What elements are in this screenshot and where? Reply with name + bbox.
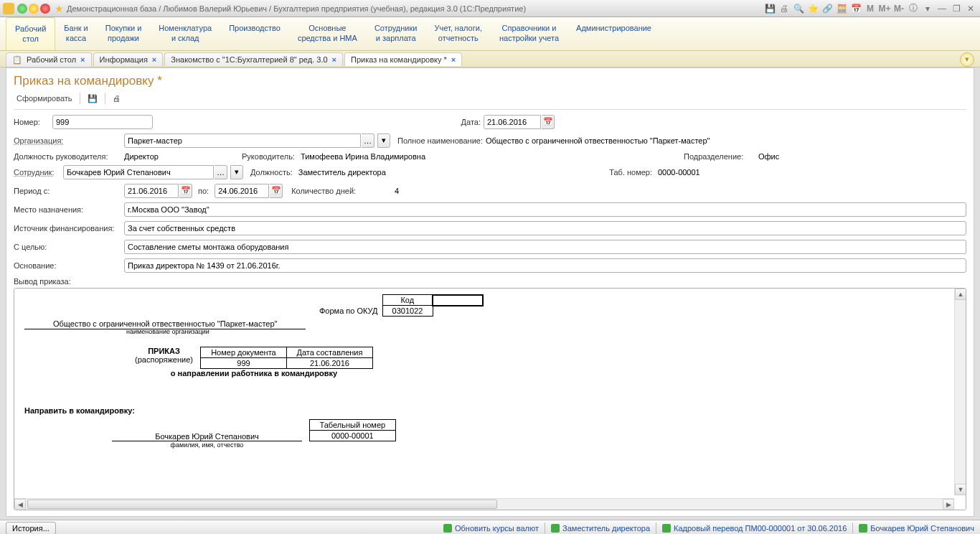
tab-desktop-icon: 📋: [12, 55, 22, 65]
emp-input[interactable]: [63, 165, 214, 179]
scroll-thumb[interactable]: [27, 500, 497, 509]
menu-admin[interactable]: Администрирование: [567, 17, 660, 50]
menu-tax[interactable]: Учет, налоги, отчетность: [425, 17, 490, 50]
okud-value: 0301022: [382, 306, 433, 317]
main-menu: Рабочий стол Банк и касса Покупки и прод…: [0, 17, 980, 51]
minimize-icon[interactable]: —: [936, 3, 948, 14]
select-icon[interactable]: …: [215, 165, 227, 179]
doc-date: 21.06.2016: [286, 358, 372, 369]
tab-close-icon[interactable]: ×: [152, 55, 156, 64]
tab-desktop[interactable]: 📋 Рабочий стол ×: [6, 52, 92, 67]
calendar-icon[interactable]: 📅: [542, 115, 555, 129]
period-from-input[interactable]: [124, 184, 179, 198]
scroll-left-icon[interactable]: ◀: [14, 499, 26, 510]
menu-assets[interactable]: Основные средства и НМА: [289, 17, 366, 50]
m-minus-btn[interactable]: M-: [892, 3, 905, 14]
fav-icon[interactable]: ⭐: [806, 3, 819, 14]
org-input[interactable]: [124, 134, 361, 148]
menu-sales[interactable]: Покупки и продажи: [97, 17, 151, 50]
emp-link[interactable]: Бочкарев Юрий Степанович: [859, 524, 974, 533]
print-icon[interactable]: 🖨: [778, 3, 791, 14]
m-btn[interactable]: M: [864, 3, 877, 14]
toolbar: Сформировать 💾 🖨: [14, 93, 966, 105]
star-icon[interactable]: ★: [55, 3, 64, 14]
history-button[interactable]: История...: [6, 522, 56, 534]
generate-button[interactable]: Сформировать: [14, 93, 75, 104]
select-icon[interactable]: …: [362, 134, 374, 148]
emp-caption: фамилия, имя, отчество: [112, 441, 302, 449]
separator: [105, 93, 105, 104]
scroll-down-icon[interactable]: ▼: [955, 484, 966, 495]
doc-no-hdr: Номер документа: [200, 347, 286, 358]
date-label: Дата:: [461, 118, 481, 126]
tab-no-value: 0000-00001: [658, 168, 966, 177]
print-preview: Код Форма по ОКУД0301022 Общество с огра…: [14, 288, 966, 510]
dropdown-icon[interactable]: ▾: [230, 165, 243, 179]
emp-label[interactable]: Сотрудник:: [14, 168, 60, 177]
order-title: ПРИКАЗ: [135, 347, 193, 355]
number-input[interactable]: [52, 115, 153, 129]
menu-refs[interactable]: Справочники и настройки учета: [491, 17, 567, 50]
purpose-label: С целью:: [14, 243, 121, 251]
order-about: о направлении работника в командировку: [24, 369, 484, 378]
vertical-scrollbar[interactable]: ▲ ▼: [954, 289, 966, 495]
org-label[interactable]: Организация:: [14, 136, 121, 145]
m-plus-btn[interactable]: M+: [878, 3, 891, 14]
page-title: Приказ на командировку *: [14, 74, 966, 88]
order-subtitle: (распоряжение): [135, 355, 193, 364]
close-icon[interactable]: ✕: [964, 3, 977, 14]
tab-label: Информация: [100, 55, 148, 64]
maximize-icon[interactable]: ❐: [950, 3, 963, 14]
calendar-icon[interactable]: 📅: [849, 3, 862, 14]
calendar-icon[interactable]: 📅: [179, 184, 192, 198]
transfer-link[interactable]: Кадровый перевод ПМ00-000001 от 30.06.20…: [662, 524, 847, 533]
calendar-icon[interactable]: 📅: [270, 184, 283, 198]
tab-order[interactable]: Приказ на командировку * ×: [344, 52, 462, 66]
update-rates-link[interactable]: Обновить курсы валют: [443, 524, 539, 533]
tab-intro[interactable]: Знакомство с "1С:Бухгалтерией 8" ред. 3.…: [164, 52, 343, 66]
scroll-up-icon[interactable]: ▲: [955, 289, 966, 300]
separator: [852, 523, 853, 534]
scroll-right-icon[interactable]: ▶: [943, 499, 954, 510]
period-to-label: по:: [198, 187, 209, 195]
tab-label: Знакомство с "1С:Бухгалтерией 8" ред. 3.…: [171, 55, 327, 64]
dot-yellow[interactable]: [29, 4, 39, 14]
funding-input[interactable]: [124, 221, 966, 235]
print-icon[interactable]: 🖨: [110, 93, 123, 104]
link-icon[interactable]: 🔗: [821, 3, 834, 14]
horizontal-scrollbar[interactable]: ◀ ▶: [14, 498, 954, 510]
tab-no-label: Таб. номер:: [609, 168, 652, 177]
date-input[interactable]: [484, 115, 541, 129]
period-to-input[interactable]: [215, 184, 269, 198]
tab-close-icon[interactable]: ×: [451, 55, 456, 64]
menu-production[interactable]: Производство: [220, 17, 289, 50]
basis-label: Основание:: [14, 261, 121, 270]
save-icon[interactable]: 💾: [85, 93, 100, 105]
dept-label: Подразделение:: [684, 152, 755, 161]
calc-icon[interactable]: 🧮: [835, 3, 848, 14]
tab-info[interactable]: Информация ×: [93, 52, 164, 66]
basis-input[interactable]: [124, 258, 966, 273]
menu-bank[interactable]: Банк и касса: [55, 17, 96, 50]
period-label: Период с:: [14, 187, 121, 195]
days-label: Количество дней:: [291, 187, 356, 195]
dropdown-icon[interactable]: ▾: [377, 134, 390, 148]
document-content: Приказ на командировку * Сформировать 💾 …: [6, 67, 974, 517]
vice-link[interactable]: Заместитель директора: [551, 524, 650, 533]
menu-stock[interactable]: Номенклатура и склад: [150, 17, 220, 50]
dot-green[interactable]: [17, 4, 27, 14]
menu-desktop[interactable]: Рабочий стол: [6, 17, 55, 50]
info-icon[interactable]: ⓘ: [907, 3, 920, 14]
tab-menu-icon[interactable]: ▾: [960, 52, 974, 67]
dot-red[interactable]: [40, 4, 50, 14]
search-icon[interactable]: 🔍: [792, 3, 805, 14]
dropdown-icon[interactable]: ▾: [921, 3, 934, 14]
save-icon[interactable]: 💾: [763, 3, 776, 14]
menu-hr[interactable]: Сотрудники и зарплата: [366, 17, 426, 50]
tab-close-icon[interactable]: ×: [80, 55, 85, 64]
purpose-input[interactable]: [124, 240, 966, 254]
dest-input[interactable]: [124, 202, 966, 217]
window-system-icons: 💾 🖨 🔍 ⭐ 🔗 🧮 📅 M M+ M- ⓘ ▾ — ❐ ✕: [763, 3, 977, 14]
tab-close-icon[interactable]: ×: [332, 55, 336, 64]
output-label: Вывод приказа:: [14, 277, 71, 286]
